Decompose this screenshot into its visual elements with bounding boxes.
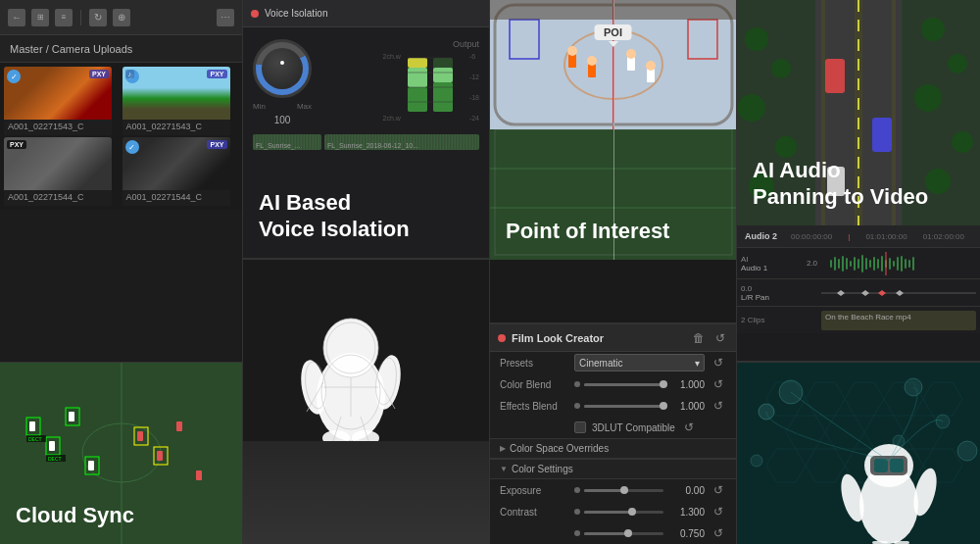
flc-contrast-label: Contrast [500,507,568,518]
svg-rect-63 [647,69,655,82]
flc-color-settings-section[interactable]: ▼ Color Settings [490,459,736,479]
svg-rect-24 [408,58,427,68]
svg-rect-4 [49,441,55,451]
vi-output-label: Output [321,39,479,49]
timeline-track-2: 0.0 L/R Pan [737,278,980,306]
media-thumb-3[interactable]: PXY A001_02271544_C [4,137,112,206]
poi-vline-top [613,0,614,129]
svg-rect-144 [890,459,904,472]
svg-rect-57 [568,54,576,68]
vi-clip-2: FL_Sunrise_2018-06-12_10... [324,134,479,150]
vi-knob[interactable] [253,39,312,98]
flc-exposure-thumb[interactable] [620,486,628,494]
svg-rect-27 [433,68,453,82]
menu-icon[interactable]: ⋯ [217,9,234,26]
back-icon[interactable]: ← [8,9,25,26]
flc-contrast-slider[interactable] [584,511,663,514]
svg-rect-101 [877,259,879,269]
svg-rect-91 [838,259,840,269]
track-3-name: On the Beach Race mp4 [821,311,976,323]
timeline-track-1: AI Audio 1 2.0 [737,247,980,278]
svg-rect-98 [865,258,867,270]
thumb-img-2: ✓ PXY ♪ [122,67,230,120]
svg-point-58 [567,46,577,56]
vi-clip-1: FL_Sunrise_... [253,134,321,150]
panel-poi: POI [490,0,737,544]
breadcrumb: Master / Camera Uploads [0,35,242,63]
grid-icon[interactable]: ⊞ [31,9,49,26]
flc-presets-select[interactable]: Cinematic ▾ [574,354,705,371]
flc-third-reset[interactable]: ↺ [710,525,726,541]
ai-audio-line1: AI Audio [753,158,928,183]
flc-color-blend-dot [574,381,580,387]
track-2-value: 0.0 [741,284,790,293]
flc-exposure-row: Exposure 0.00 ↺ [490,479,736,501]
poi-top: POI [490,0,736,324]
svg-rect-90 [834,257,836,271]
flc-effects-blend-reset[interactable]: ↺ [710,398,726,414]
flc-color-blend-slider[interactable] [584,383,663,386]
media-thumb-1[interactable]: ✓ PXY A001_02271543_C [4,67,112,135]
vr-section [737,363,980,544]
film-look-creator: Film Look Creator 🗑 ↺ Presets Cinematic … [490,324,736,544]
flc-presets-reset[interactable]: ↺ [710,355,726,371]
flc-trash-btn[interactable]: 🗑 [691,330,707,346]
flc-contrast-value: 1.300 [669,507,705,518]
flc-third-slider[interactable] [584,532,663,535]
panel-ai-audio: AI Audio Panning to Video Audio 2 00:00:… [737,0,980,544]
flc-exposure-label: Exposure [500,485,568,496]
flc-lut-reset[interactable]: ↺ [681,420,697,435]
main-layout: ← ⊞ ≡ ↻ ⊕ ⋯ Master / Camera Uploads ✓ P [0,0,980,544]
flc-lut-checkbox[interactable] [574,421,586,433]
flc-exposure-slider-container [574,487,663,493]
poi-video-container: POI [490,0,736,260]
vi-title: Voice Isolation [265,8,328,19]
flc-contrast-fill [584,511,632,514]
flc-exposure-slider[interactable] [584,489,663,492]
flc-color-blend-thumb[interactable] [660,380,667,388]
track-1-label: AI [741,255,790,264]
media-thumb-4[interactable]: ✓ PXY A001_02271544_C [122,137,230,206]
flc-contrast-thumb[interactable] [628,508,636,516]
flc-effects-blend-thumb[interactable] [660,402,667,410]
svg-rect-26 [433,82,453,112]
flc-exposure-reset[interactable]: ↺ [710,482,726,498]
flc-color-blend-slider-container [574,381,663,387]
list-icon[interactable]: ≡ [55,9,73,26]
flc-color-blend-row: Color Blend 1.000 ↺ [490,373,736,395]
flc-third-thumb[interactable] [624,529,632,537]
flc-color-blend-reset[interactable]: ↺ [710,376,726,392]
flc-color-space-chevron: ▶ [500,444,506,453]
flc-effects-blend-label: Effects Blend [500,401,568,412]
svg-point-135 [751,455,762,467]
vi-red-dot [251,10,259,18]
poi-badge: POI [594,25,632,40]
voice-isolation-top: Voice Isolation Min Max [243,0,489,260]
thumb-check-4: ✓ [125,140,139,154]
poi-label: Point of Interest [506,219,669,244]
svg-rect-9 [176,421,182,431]
track-1-info: AI Audio 1 [741,255,790,272]
svg-rect-95 [854,257,856,271]
sync-icon[interactable]: ↻ [89,9,107,26]
vi-min-label: Min [253,102,266,111]
svg-rect-106 [897,257,899,271]
thumb-label-2: A001_02271543_C [122,120,230,135]
flc-color-space-label: Color Space Overrides [510,443,609,454]
thumb-label-4: A001_02271544_C [122,190,230,206]
wave-svg-2 [821,283,976,303]
flc-effects-blend-slider[interactable] [584,405,663,408]
svg-rect-85 [825,59,845,93]
flc-color-space-section[interactable]: ▶ Color Space Overrides [490,438,736,459]
media-thumb-2[interactable]: ✓ PXY ♪ A001_02271543_C [122,67,230,135]
flc-reset-btn[interactable]: ↺ [712,330,728,346]
track-2-name: L/R Pan [741,293,790,302]
tc-marker: | [848,232,850,241]
flc-red-dot [498,334,506,342]
svg-rect-10 [196,470,202,480]
link-icon[interactable]: ⊕ [113,9,130,26]
track-3-clip: On the Beach Race mp4 [821,311,976,330]
flc-contrast-reset[interactable]: ↺ [710,504,726,519]
svg-point-138 [957,441,977,461]
svg-point-82 [914,84,942,112]
